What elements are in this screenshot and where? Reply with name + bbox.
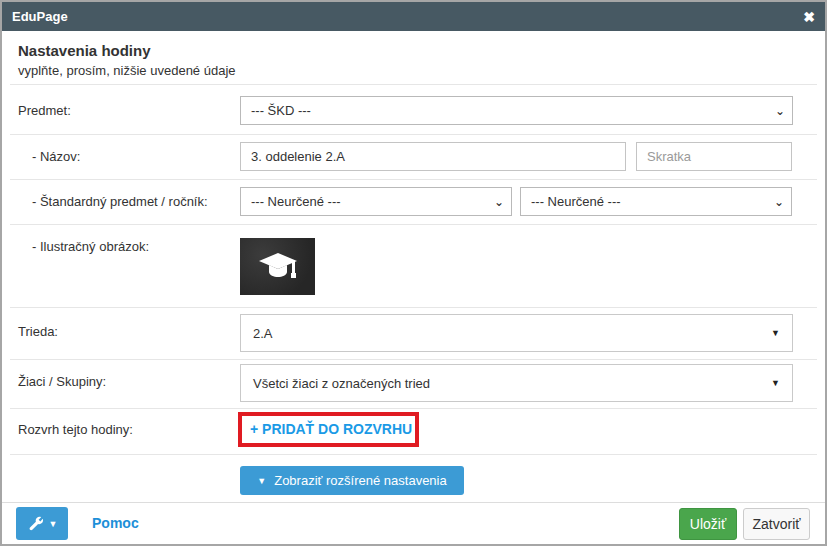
divider [10,454,817,455]
graduation-cap-icon [255,247,301,287]
divider [10,134,817,135]
skratka-input[interactable] [636,142,792,171]
divider [10,224,817,225]
divider [10,359,817,360]
show-advanced-settings-button[interactable]: ▼ Zobraziť rozšírené nastavenia [240,466,464,495]
help-link[interactable]: Pomoc [92,515,139,531]
title-bar: EduPage ✖ [2,2,825,31]
divider [2,502,825,503]
page-title: Nastavenia hodiny [18,42,151,59]
divider [10,179,817,180]
caret-down-icon: ▼ [257,476,266,486]
trieda-label: Trieda: [18,324,58,339]
divider [10,307,817,308]
standardny-predmet-select[interactable]: --- Neurčené --- [240,187,512,216]
nazov-input[interactable] [240,142,626,171]
standardny-predmet-select-wrap: --- Neurčené --- ⌄ [240,187,512,216]
add-to-timetable-link[interactable]: + PRIDAŤ DO ROZVRHU [250,421,412,437]
divider [10,408,817,409]
caret-down-icon: ▼ [49,519,58,529]
ziaci-value: Všetci žiaci z označených tried [253,376,430,391]
predmet-select-wrap: --- ŠKD --- ⌄ [240,96,793,125]
divider [10,84,817,85]
standardny-label: - Štandardný predmet / ročník: [32,194,208,209]
obrazok-label: - Ilustračný obrázok: [32,239,149,254]
standardny-rocnik-select[interactable]: --- Neurčené --- [520,187,792,216]
rozvrh-label: Rozvrh tejto hodiny: [18,422,133,437]
predmet-select[interactable]: --- ŠKD --- [240,96,793,125]
page-subtitle: vyplňte, prosím, nižšie uvedené údaje [18,63,236,78]
nazov-label: - Názov: [32,149,80,164]
ziaci-dropdown[interactable]: Všetci žiaci z označených tried ▼ [240,364,793,402]
trieda-dropdown[interactable]: 2.A ▼ [240,314,793,352]
dropdown-arrow-icon: ▼ [771,328,780,338]
advanced-button-label: Zobraziť rozšírené nastavenia [274,473,447,488]
ziaci-label: Žiaci / Skupiny: [18,374,106,389]
standardny-rocnik-select-wrap: --- Neurčené --- ⌄ [520,187,792,216]
close-icon[interactable]: ✖ [803,10,815,24]
illustration-image[interactable] [240,238,315,295]
wrench-icon [27,515,44,532]
trieda-value: 2.A [253,326,273,341]
dropdown-arrow-icon: ▼ [771,378,780,388]
predmet-label: Predmet: [18,103,71,118]
tools-menu-button[interactable]: ▼ [16,507,68,540]
save-button[interactable]: Uložiť [679,508,737,540]
lesson-settings-dialog: EduPage ✖ Nastavenia hodiny vyplňte, pro… [0,0,827,546]
app-title: EduPage [12,9,68,24]
close-button[interactable]: Zatvoriť [743,508,810,540]
